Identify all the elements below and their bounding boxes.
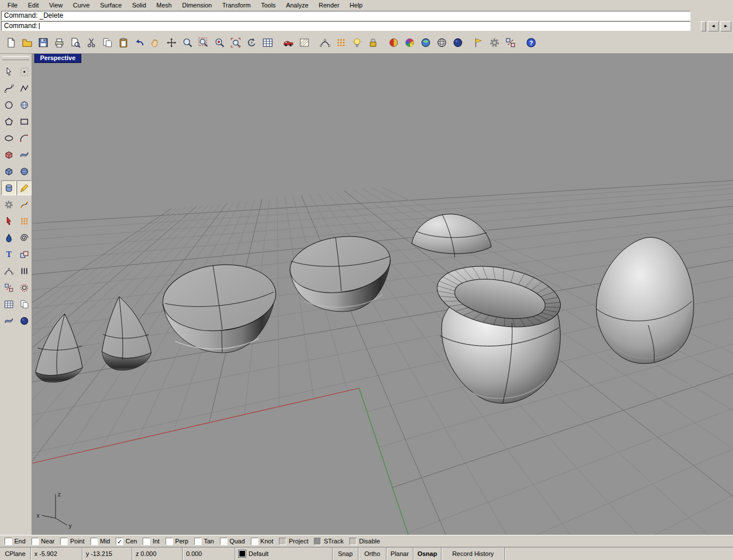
toolbar-zoom-extents-button[interactable] [227, 35, 243, 51]
osnap-tan-checkbox[interactable] [194, 538, 202, 545]
osnap-disable-checkbox[interactable] [349, 538, 357, 545]
menu-edit[interactable]: Edit [23, 1, 44, 10]
sidebar-select-red-button[interactable] [1, 214, 16, 228]
sidebar-pointer-button[interactable] [1, 64, 16, 79]
scroll-left-button[interactable]: ◄ [708, 21, 719, 31]
toolbar-layers-button[interactable] [259, 35, 275, 51]
menu-analyze[interactable]: Analyze [281, 1, 313, 10]
sidebar-arc-points-button[interactable] [1, 263, 16, 278]
toolbar-point-cloud-button[interactable] [333, 35, 349, 51]
object-half-sphere-a[interactable] [36, 314, 82, 382]
toolbar-hatch-button[interactable] [296, 35, 312, 51]
sidebar-sphere-solid-button[interactable] [17, 164, 31, 179]
osnap-point[interactable]: Point [60, 538, 84, 545]
osnap-project[interactable]: Project [279, 538, 308, 545]
menu-curve[interactable]: Curve [68, 1, 94, 10]
toolbar-zoom-window-button[interactable] [195, 35, 211, 51]
sidebar-ellipse-button[interactable] [1, 131, 16, 145]
status-cplane[interactable]: CPlane [0, 547, 31, 560]
toolbar-cut-button[interactable] [83, 35, 99, 51]
sidebar-surface-patch-button[interactable] [1, 313, 16, 328]
sidebar-polygon-button[interactable] [1, 114, 16, 129]
status-planar[interactable]: Planar [387, 547, 413, 560]
toolbar-flag-button[interactable] [470, 35, 486, 51]
osnap-tan[interactable]: Tan [194, 538, 214, 545]
toolbar-help-button[interactable] [523, 35, 539, 51]
toolbar-new-button[interactable] [3, 35, 19, 51]
osnap-end-checkbox[interactable] [5, 538, 12, 545]
command-input-line[interactable]: Command: [1, 21, 691, 31]
object-pod[interactable] [432, 258, 565, 403]
toolbar-copy-button[interactable] [99, 35, 115, 51]
menu-file[interactable]: File [2, 1, 23, 10]
osnap-disable[interactable]: Disable [349, 538, 380, 545]
menu-help[interactable]: Help [345, 1, 368, 10]
sidebar-sphere-dark-button[interactable] [17, 313, 31, 328]
osnap-end[interactable]: End [5, 538, 26, 545]
osnap-perp-checkbox[interactable] [165, 538, 173, 545]
menu-dimension[interactable]: Dimension [177, 1, 217, 10]
menu-tools[interactable]: Tools [256, 1, 281, 10]
menu-mesh[interactable]: Mesh [151, 1, 177, 10]
osnap-near-checkbox[interactable] [31, 538, 39, 545]
osnap-int[interactable]: Int [143, 538, 159, 545]
viewport-perspective[interactable]: z x y Perspective [32, 54, 733, 535]
viewport-tab-perspective[interactable]: Perspective [34, 54, 81, 63]
osnap-int-checkbox[interactable] [143, 538, 150, 545]
osnap-knot[interactable]: Knot [251, 538, 274, 545]
sidebar-curve-button[interactable] [1, 81, 16, 96]
toolbar-shaded-view-button[interactable] [385, 35, 401, 51]
sidebar-sphere-wire-button[interactable] [17, 97, 31, 112]
toolbar-ghosted-view-button[interactable] [450, 35, 466, 51]
sidebar-points-grid-button[interactable] [17, 214, 31, 228]
toolbar-print-button[interactable] [51, 35, 67, 51]
sidebar-solid-union-button[interactable] [1, 147, 16, 162]
menu-solid[interactable]: Solid [127, 1, 151, 10]
sidebar-drop-button[interactable] [1, 230, 16, 245]
menu-transform[interactable]: Transform [217, 1, 256, 10]
sidebar-circle-button[interactable] [1, 97, 16, 112]
toolbar-undo-button[interactable] [131, 35, 147, 51]
toolbar-arc-button[interactable] [317, 35, 333, 51]
object-egg[interactable] [596, 237, 693, 363]
osnap-point-checkbox[interactable] [60, 538, 68, 545]
toolbar-zoom-dynamic-button[interactable] [179, 35, 195, 51]
menu-view[interactable]: View [44, 1, 68, 10]
status-default[interactable]: Default [235, 547, 333, 560]
osnap-knot-checkbox[interactable] [251, 538, 258, 545]
toolbar-render-button[interactable] [280, 35, 296, 51]
osnap-perp[interactable]: Perp [165, 538, 188, 545]
toolbar-options-button[interactable] [486, 35, 502, 51]
osnap-near[interactable]: Near [31, 538, 55, 545]
sidebar-spiral-button[interactable] [17, 230, 31, 245]
toolbar-lock-button[interactable] [365, 35, 381, 51]
sidebar-grip[interactable] [2, 56, 29, 60]
toolbar-color-wheel-button[interactable] [401, 35, 417, 51]
toolbar-rotate-view-button[interactable] [243, 35, 259, 51]
command-splitter-grip[interactable] [701, 21, 706, 31]
sidebar-copy-tool-button[interactable] [17, 297, 31, 311]
sidebar-curve-handles-button[interactable] [17, 197, 31, 212]
osnap-quad-checkbox[interactable] [220, 538, 227, 545]
sidebar-table-button[interactable] [1, 297, 16, 311]
sidebar-box-button[interactable] [1, 164, 16, 179]
osnap-project-checkbox[interactable] [279, 538, 286, 545]
toolbar-print-preview-button[interactable] [67, 35, 83, 51]
toolbar-move-button[interactable] [163, 35, 179, 51]
osnap-cen-checkbox[interactable]: ✓ [116, 538, 123, 545]
osnap-mid-checkbox[interactable] [90, 538, 98, 545]
object-half-sphere-b[interactable] [102, 297, 151, 370]
toolbar-save-button[interactable] [35, 35, 51, 51]
object-truncated-disc[interactable] [160, 259, 279, 353]
osnap-cen[interactable]: ✓Cen [116, 538, 137, 545]
osnap-mid[interactable]: Mid [90, 538, 111, 545]
osnap-strack[interactable]: STrack [314, 538, 343, 545]
sidebar-cylinder-button[interactable] [1, 180, 16, 195]
sidebar-uvn-tool-button[interactable] [1, 280, 16, 295]
status-record-history[interactable]: Record History [442, 547, 505, 560]
viewport-canvas[interactable]: z x y [32, 54, 733, 535]
toolbar-paste-button[interactable] [115, 35, 131, 51]
sidebar-arc-button[interactable] [17, 131, 31, 145]
object-dome[interactable] [412, 214, 491, 257]
sidebar-point-button[interactable] [17, 64, 31, 79]
